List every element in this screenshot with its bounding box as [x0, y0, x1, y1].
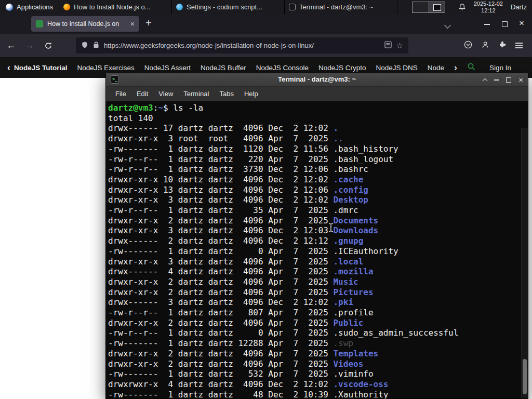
terminal-line: drwxr-xr-x 10 dartz dartz 4096 Dec 2 12:… — [108, 175, 521, 185]
terminal-rollup-button[interactable] — [483, 75, 487, 85]
menu-terminal[interactable]: Terminal — [178, 90, 214, 98]
terminal-line: drwxr-xr-x 2 dartz dartz 4096 Apr 7 2025… — [108, 277, 521, 287]
panel-window-button[interactable]: Settings - codium script... — [172, 0, 285, 14]
menu-view[interactable]: View — [153, 90, 178, 98]
terminal-icon — [289, 4, 296, 10]
clock-time: 12:12 — [474, 7, 503, 14]
terminal-line: -rw-r--r-- 1 dartz dartz 3730 Dec 2 12:0… — [108, 164, 521, 175]
panel-window-label: How to Install Node.js o... — [74, 3, 150, 11]
window-close-button[interactable]: × — [519, 18, 524, 29]
nav-item-nodejs-console[interactable]: NodeJS Console — [256, 64, 309, 72]
back-button[interactable]: ← — [3, 38, 19, 54]
terminal-line: -rw-r--r-- 1 dartz dartz 220 Apr 7 2025 … — [108, 154, 521, 165]
url-text[interactable]: https://www.geeksforgeeks.org/node-js/in… — [104, 42, 380, 49]
terminal-minimize-button[interactable] — [494, 79, 499, 81]
prompt-path: ~ — [158, 103, 163, 113]
nav-item-list: NodeJS ExercisesNodeJS AssertNodeJS Buff… — [77, 64, 444, 72]
prompt-colon: : — [153, 103, 158, 113]
nav-item-node[interactable]: Node — [428, 64, 444, 72]
terminal-maximize-button[interactable] — [506, 77, 511, 83]
user-menu[interactable]: Dartz — [511, 3, 527, 11]
terminal-line: drwxr-xr-x 3 root root 4096 Apr 7 2025 .… — [108, 134, 521, 144]
terminal-line: -rw------- 1 dartz dartz 0 Apr 7 2025 .I… — [108, 246, 521, 257]
notification-bell-icon[interactable] — [458, 3, 466, 11]
account-icon[interactable] — [481, 41, 489, 51]
list-all-tabs-button[interactable] — [445, 20, 450, 30]
scrollbar-thumb[interactable] — [523, 359, 527, 394]
applications-label: Applications — [17, 3, 53, 11]
terminal-line: drwxr-xr-x 3 dartz dartz 4096 Dec 2 12:0… — [108, 195, 521, 205]
nav-item-nodejs-dns[interactable]: NodeJS DNS — [376, 64, 418, 72]
clock-date: 2025-12-02 — [474, 1, 503, 7]
applications-menu-button[interactable]: Applications — [0, 0, 59, 14]
typed-command: ls -la — [173, 103, 203, 113]
tracking-protection-shield-icon[interactable] — [81, 41, 88, 50]
tab-close-icon[interactable]: × — [130, 20, 135, 28]
menu-file[interactable]: File — [110, 90, 131, 98]
nav-item-nodejs-crypto[interactable]: NodeJS Crypto — [318, 64, 366, 72]
terminal-window-controls: × — [483, 73, 523, 86]
browser-tab-active[interactable]: How to Install Node.js on × — [31, 16, 139, 32]
applications-icon — [6, 4, 13, 11]
menu-tabs[interactable]: Tabs — [214, 90, 238, 98]
terminal-line: drwxr-xr-x 3 dartz dartz 4096 Dec 2 12:0… — [108, 225, 521, 236]
lock-icon[interactable] — [93, 41, 99, 50]
nav-item-nodejs-buffer[interactable]: NodeJS Buffer — [201, 64, 246, 72]
terminal-line: drwxr-xr-x 2 dartz dartz 4096 Apr 7 2025… — [108, 287, 521, 298]
workspace-switcher[interactable] — [412, 2, 445, 13]
terminal-line: -rw-r--r-- 1 dartz dartz 0 Apr 7 2025 .s… — [108, 328, 521, 338]
desktop-panel: Applications How to Install Node.js o...… — [0, 0, 532, 14]
terminal-line: drwxr-xr-x 2 dartz dartz 4096 Apr 7 2025… — [108, 349, 521, 359]
prompt-user: dartz@vm3 — [108, 103, 153, 113]
toolbar-icons — [464, 41, 529, 51]
reload-button[interactable] — [41, 38, 56, 54]
pocket-icon[interactable] — [464, 41, 472, 51]
text-cursor — [328, 223, 334, 234]
nav-item-nodejs-exercises[interactable]: NodeJS Exercises — [77, 64, 135, 72]
new-tab-button[interactable]: + — [145, 17, 152, 29]
geeksforgeeks-favicon — [36, 20, 43, 28]
forward-button[interactable]: → — [22, 38, 37, 54]
chevron-left-icon[interactable]: ‹ — [7, 63, 10, 72]
mini-window-icon — [433, 4, 441, 11]
panel-window-button[interactable]: How to Install Node.js o... — [59, 0, 172, 14]
terminal-total-line: total 140 — [108, 113, 521, 124]
menu-icon[interactable] — [515, 41, 523, 50]
panel-clock[interactable]: 2025-12-02 12:12 — [474, 1, 503, 14]
terminal-line: -rw------- 1 dartz dartz 532 Apr 7 2025 … — [108, 369, 521, 379]
bookmark-star-icon[interactable]: ☆ — [396, 41, 403, 50]
extensions-icon[interactable] — [498, 41, 507, 51]
menu-edit[interactable]: Edit — [131, 90, 153, 98]
terminal-listing: drwx------ 17 dartz dartz 4096 Dec 2 12:… — [108, 123, 521, 398]
window-minimize-button[interactable] — [484, 24, 490, 25]
window-maximize-button[interactable] — [502, 21, 508, 27]
workspace-2[interactable] — [429, 2, 445, 12]
terminal-close-button[interactable]: × — [518, 76, 523, 84]
url-bar[interactable]: https://www.geeksforgeeks.org/node-js/in… — [76, 37, 408, 54]
panel-window-list: How to Install Node.js o...Settings - co… — [59, 0, 397, 14]
desktop: Applications How to Install Node.js o...… — [0, 0, 532, 399]
terminal-titlebar[interactable]: >_ Terminal - dartz@vm3: ~ × — [106, 73, 528, 87]
panel-window-button[interactable]: Terminal - dartz@vm3: ~ — [285, 0, 397, 14]
terminal-scrollbar[interactable] — [521, 128, 528, 398]
chevron-right-icon[interactable]: › — [454, 63, 457, 72]
workspace-1[interactable] — [413, 2, 429, 12]
nav-item-nodejs-tutorial[interactable]: ‹ NodeJS Tutorial — [7, 63, 68, 72]
terminal-line: -rw-r--r-- 1 dartz dartz 35 Apr 7 2025 .… — [108, 205, 521, 216]
signin-button[interactable]: Sign In — [489, 64, 511, 72]
search-icon[interactable] — [467, 62, 476, 73]
nav-item-nodejs-assert[interactable]: NodeJS Assert — [144, 64, 191, 72]
terminal-line: drwxr-xr-x 2 dartz dartz 4096 Apr 7 2025… — [108, 216, 521, 226]
terminal-line: drwx------ 4 dartz dartz 4096 Apr 7 2025… — [108, 267, 521, 277]
terminal-line: drwx------ 3 dartz dartz 4096 Dec 2 12:0… — [108, 297, 521, 308]
tab-title: How to Install Node.js on — [47, 20, 126, 28]
terminal-line: -rw------- 1 dartz dartz 48 Dec 2 10:39 … — [108, 390, 521, 398]
terminal-window: >_ Terminal - dartz@vm3: ~ × FileEditVie… — [105, 73, 528, 399]
menu-help[interactable]: Help — [239, 90, 263, 98]
terminal-output[interactable]: dartz@vm3:~$ ls -la total 140 drwx------… — [106, 101, 528, 398]
terminal-line: drwx------ 2 dartz dartz 4096 Dec 2 12:1… — [108, 236, 521, 246]
reader-mode-icon[interactable] — [384, 41, 392, 50]
panel-window-label: Settings - codium script... — [187, 3, 262, 11]
browser-tab-bar: How to Install Node.js on × + × — [0, 14, 532, 34]
codium-icon — [176, 4, 183, 10]
